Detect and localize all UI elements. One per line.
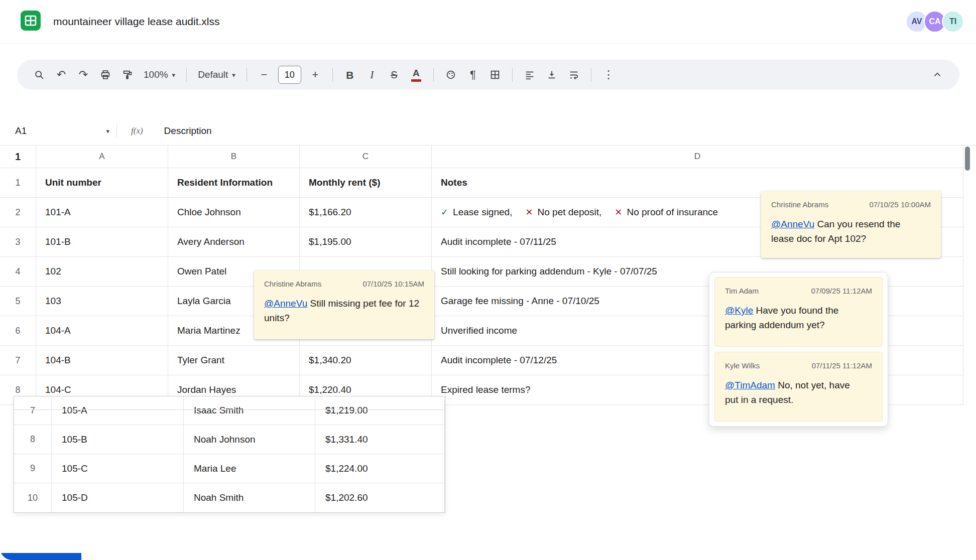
grid-cell[interactable]: 105-C — [52, 454, 184, 483]
zoom-select[interactable]: 100% ▾ — [139, 64, 180, 86]
grid-cell[interactable]: 102 — [36, 257, 168, 287]
row-header[interactable]: 1 — [0, 168, 36, 198]
style-select[interactable]: Default ▾ — [193, 64, 240, 86]
comment-card[interactable]: Christine Abrams 07/10/25 10:15AM @AnneV… — [254, 270, 434, 339]
grid-cell[interactable]: Monthly rent ($) — [300, 168, 432, 198]
document-title[interactable]: mountaineer village lease audit.xlss — [53, 16, 220, 28]
comment-author: Christine Abrams — [264, 279, 321, 288]
grid-cell[interactable]: Noah Smith — [184, 483, 315, 512]
toolbar: ↶ ↷ 100% ▾ Default ▾ − 10 + B I S A ¶ — [17, 60, 959, 90]
redo-icon[interactable]: ↷ — [72, 64, 94, 86]
bold-button[interactable]: B — [339, 64, 361, 86]
spreadsheet-app: mountaineer village lease audit.xlss AV … — [0, 0, 976, 560]
comment-card[interactable]: Kyle Wilks 07/11/25 11:12AM @TimAdam No,… — [714, 352, 883, 422]
text-wrap-icon[interactable] — [563, 64, 585, 86]
avatar[interactable]: TI — [942, 11, 964, 33]
toolbar-divider — [247, 68, 247, 82]
undo-icon[interactable]: ↶ — [50, 64, 72, 86]
text-color-button[interactable]: A — [405, 64, 427, 86]
row-header[interactable]: 7 — [14, 396, 52, 425]
text-color-swatch — [411, 79, 421, 82]
formula-bar-divider — [116, 123, 117, 138]
mention-link[interactable]: @Kyle — [725, 305, 753, 316]
strikethrough-button[interactable]: S — [383, 64, 405, 86]
grid-cell[interactable]: Isaac Smith — [184, 396, 315, 425]
column-header-d[interactable]: D — [432, 146, 963, 168]
collapse-toolbar-icon[interactable] — [926, 64, 948, 86]
horizontal-align-icon[interactable] — [519, 64, 541, 86]
grid-cell[interactable]: 104-B — [36, 346, 168, 375]
cell-name-box[interactable]: A1 ▾ — [0, 125, 116, 136]
column-header-b[interactable]: B — [168, 146, 300, 168]
row-header[interactable]: 9 — [14, 454, 52, 483]
grid-cell[interactable]: 104-A — [36, 316, 168, 346]
decrease-font-size-button[interactable]: − — [253, 64, 275, 86]
grid-cell[interactable]: Maria Lee — [184, 454, 315, 483]
grid-cell[interactable]: Avery Anderson — [168, 227, 300, 257]
paint-format-icon[interactable] — [116, 64, 139, 86]
grid-cell[interactable]: $1,202.60 — [315, 483, 445, 512]
grid-cell[interactable]: 105-A — [52, 396, 184, 425]
grid-cell[interactable]: 105-D — [52, 483, 184, 512]
grid-cell[interactable]: 103 — [36, 287, 168, 316]
row-header[interactable]: 5 — [0, 287, 36, 316]
mention-link[interactable]: @TimAdam — [725, 380, 775, 390]
row-header[interactable]: 8 — [14, 425, 52, 454]
table-row: 7 105-A Isaac Smith $1,219.00 — [14, 396, 445, 425]
mention-link[interactable]: @AnneVu — [771, 219, 814, 229]
comment-timestamp: 07/10/25 10:15AM — [362, 279, 424, 288]
sheet-tab-accent-bar — [0, 553, 81, 560]
chevron-down-icon: ▾ — [232, 71, 235, 79]
comment-card[interactable]: Tim Adam 07/09/25 11:12AM @Kyle Have you… — [714, 277, 883, 347]
comment-timestamp: 07/10/25 10:00AM — [869, 200, 931, 209]
row-header[interactable]: 3 — [0, 227, 36, 257]
grid-cell[interactable]: Noah Johnson — [184, 425, 315, 454]
comment-card[interactable]: Christine Abrams 07/10/25 10:00AM @AnneV… — [761, 191, 941, 258]
search-icon[interactable] — [28, 64, 50, 86]
vertical-scrollbar[interactable] — [965, 147, 970, 171]
print-icon[interactable] — [94, 64, 116, 86]
borders-icon[interactable] — [484, 64, 506, 86]
grid-cell[interactable]: $1,340.20 — [300, 346, 432, 375]
sheets-logo-icon[interactable] — [20, 10, 41, 33]
mention-link[interactable]: @AnneVu — [264, 298, 307, 309]
text-direction-icon[interactable]: ¶ — [462, 64, 484, 86]
fill-color-icon[interactable] — [440, 64, 462, 86]
collaborator-avatars: AV CA TI — [906, 11, 964, 33]
top-bar: mountaineer village lease audit.xlss AV … — [0, 0, 976, 44]
grid-cell[interactable]: 101-A — [36, 198, 168, 227]
row-header[interactable]: 10 — [14, 483, 52, 512]
increase-font-size-button[interactable]: + — [304, 64, 326, 86]
grid-cell[interactable]: Tyler Grant — [168, 346, 300, 375]
column-header-c[interactable]: C — [300, 146, 432, 168]
column-header-a[interactable]: A — [36, 146, 168, 168]
grid-cell[interactable]: Resident Information — [168, 168, 300, 198]
italic-button[interactable]: I — [361, 64, 383, 86]
grid-cell[interactable]: $1,195.00 — [300, 227, 432, 257]
grid-cell[interactable]: Chloe Johnson — [168, 198, 300, 227]
row-header[interactable]: 6 — [0, 316, 36, 346]
grid-cell[interactable]: $1,331.40 — [315, 425, 445, 454]
formula-bar: A1 ▾ f(x) Description — [0, 117, 976, 146]
grid-cell[interactable]: 105-B — [52, 425, 184, 454]
row-header[interactable]: 4 — [0, 257, 36, 287]
table-row: 9 105-C Maria Lee $1,224.00 — [14, 454, 445, 483]
grid-cell[interactable]: Unit number — [36, 168, 168, 198]
grid-cell[interactable]: $1,224.00 — [315, 454, 445, 483]
grid-corner[interactable]: 1 — [0, 146, 36, 168]
font-size-input[interactable]: 10 — [278, 66, 301, 84]
more-options-icon[interactable]: ⋮ — [597, 64, 620, 86]
comment-author: Tim Adam — [725, 287, 759, 295]
row-header[interactable]: 2 — [0, 198, 36, 227]
row-header[interactable]: 7 — [0, 346, 36, 375]
formula-input[interactable]: Description — [164, 125, 212, 136]
grid-cell[interactable]: 101-B — [36, 227, 168, 257]
grid-cell[interactable]: $1,219.00 — [315, 396, 445, 425]
comment-author: Christine Abrams — [771, 200, 828, 209]
comment-thread[interactable]: Tim Adam 07/09/25 11:12AM @Kyle Have you… — [709, 272, 888, 427]
grid-cell[interactable]: $1,166.20 — [300, 198, 432, 227]
toolbar-divider — [186, 68, 187, 82]
vertical-align-icon[interactable] — [541, 64, 563, 86]
active-cell-reference: A1 — [15, 125, 27, 136]
gridline-artifact — [14, 409, 445, 410]
